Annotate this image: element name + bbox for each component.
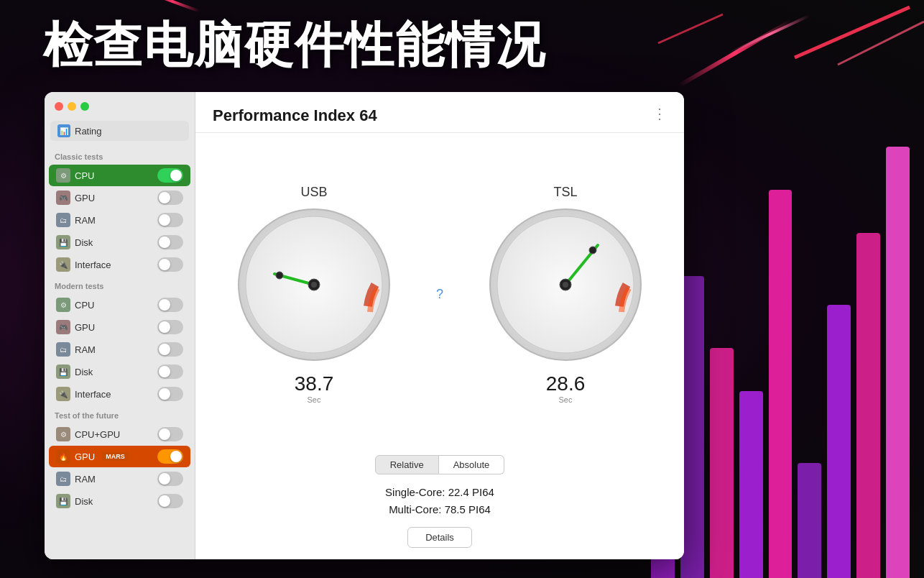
ram-icon: 🗂: [56, 213, 70, 227]
bar-chart-bar: [827, 305, 851, 578]
toggle-switch[interactable]: [157, 494, 183, 508]
sidebar-item-future-disk[interactable]: 💾Disk: [49, 490, 190, 512]
sidebar-item-classic-gpu[interactable]: 🎮GPU: [49, 187, 190, 208]
bar-chart-bar: [710, 348, 734, 578]
item-label: RAM: [75, 215, 96, 226]
toggle-switch[interactable]: [157, 235, 183, 249]
app-window: 📊 Rating Classic tests⚙CPU🎮GPU🗂RAM💾Disk🔌…: [45, 92, 684, 559]
sidebar-item-modern-disk[interactable]: 💾Disk: [49, 361, 190, 382]
sidebar-item-left: 💾Disk: [56, 235, 93, 249]
usb-gauge-value: 38.7 Sec: [295, 372, 334, 404]
bar-chart-bar: [769, 190, 793, 578]
zoom-button[interactable]: [80, 102, 89, 111]
item-label: RAM: [75, 474, 96, 485]
rating-button[interactable]: 📊 Rating: [50, 121, 189, 141]
tab-relative[interactable]: Relative: [375, 455, 439, 474]
close-button[interactable]: [55, 102, 63, 111]
tab-absolute[interactable]: Absolute: [439, 455, 505, 474]
mars-icon: 🔥: [56, 449, 70, 464]
sidebar-item-left: 💾Disk: [56, 494, 93, 508]
section-header-2: Test of the future: [45, 405, 195, 423]
tsl-gauge-value: 28.6 Sec: [546, 372, 586, 404]
toggle-switch[interactable]: [157, 342, 183, 357]
more-options-button[interactable]: ⋮: [652, 105, 667, 122]
toggle-switch[interactable]: [157, 449, 183, 464]
ram-icon: 🗂: [56, 472, 70, 486]
sidebar-item-left: 🔌Interface: [56, 257, 111, 272]
minimize-button[interactable]: [68, 102, 76, 111]
sidebar-item-modern-gpu[interactable]: 🎮GPU: [49, 316, 190, 338]
bar-chart-bar: [856, 233, 880, 578]
question-mark-button[interactable]: ?: [436, 287, 443, 302]
main-content: Performance Index 64 ⋮ USB: [195, 92, 684, 559]
item-label: GPU: [75, 451, 95, 462]
item-label: GPU: [75, 193, 95, 203]
sidebar-item-left: 🔥GPUMARS: [56, 449, 129, 464]
tsl-gauge-svg: [486, 206, 645, 367]
gpu-icon: 🎮: [56, 320, 70, 334]
details-button[interactable]: Details: [407, 527, 472, 548]
item-badge: MARS: [102, 452, 129, 461]
ssd-icon: 💾: [56, 235, 70, 249]
sidebar-item-future-cpugpu[interactable]: ⚙CPU+GPU: [49, 423, 190, 445]
sidebar-item-modern-ram[interactable]: 🗂RAM: [49, 339, 190, 360]
sidebar-item-classic-disk[interactable]: 💾Disk: [49, 231, 190, 253]
toggle-switch[interactable]: [157, 364, 183, 379]
sidebar-item-left: 💾Disk: [56, 364, 93, 379]
toggle-switch[interactable]: [157, 298, 183, 312]
gear-icon: ⚙: [56, 298, 70, 312]
usb-gauge-svg: [235, 206, 393, 367]
bar-chart-bar: [739, 391, 763, 578]
item-label: Interface: [75, 260, 111, 270]
item-label: Interface: [75, 389, 111, 400]
sidebar-item-left: ⚙CPU: [56, 168, 94, 183]
sidebar-item-left: 🗂RAM: [56, 213, 96, 227]
item-label: CPU: [75, 170, 94, 181]
section-header-1: Modern tests: [45, 276, 195, 293]
section-header-0: Classic tests: [45, 147, 195, 164]
bar-chart: [651, 147, 924, 578]
toggle-switch[interactable]: [157, 320, 183, 334]
item-label: GPU: [75, 322, 95, 333]
item-label: RAM: [75, 344, 96, 355]
svg-point-7: [311, 282, 317, 288]
sidebar-item-modern-cpu[interactable]: ⚙CPU: [49, 294, 190, 316]
rating-label: Rating: [75, 126, 102, 137]
toggle-switch[interactable]: [157, 257, 183, 272]
interface-icon: 🔌: [56, 257, 70, 272]
sidebar-item-future-gpu-mars[interactable]: 🔥GPUMARS: [49, 446, 190, 467]
sidebar-item-left: 🎮GPU: [56, 320, 95, 334]
usb-gauge-label: USB: [300, 185, 327, 200]
item-label: Disk: [75, 237, 93, 248]
toggle-switch[interactable]: [157, 213, 183, 227]
sidebar-item-classic-interface[interactable]: 🔌Interface: [49, 254, 190, 275]
sidebar-item-classic-cpu[interactable]: ⚙CPU: [49, 165, 190, 186]
sidebar-item-left: 🎮GPU: [56, 191, 95, 205]
item-label: Disk: [75, 367, 93, 377]
sidebar-item-classic-ram[interactable]: 🗂RAM: [49, 209, 190, 231]
sidebar-item-modern-interface[interactable]: 🔌Interface: [49, 383, 190, 405]
usb-gauge-container: USB: [235, 185, 393, 404]
toggle-switch[interactable]: [157, 191, 183, 205]
item-label: CPU: [75, 300, 94, 311]
interface-icon: 🔌: [56, 387, 70, 401]
stat-line-1: Multi-Core: 78.5 PI64: [195, 501, 684, 518]
bar-chart-bar: [798, 463, 821, 578]
page-title: Performance Index 64: [213, 106, 377, 124]
chinese-title: 检查电脑硬件性能情况: [43, 13, 546, 78]
toggle-switch[interactable]: [157, 168, 183, 183]
tabs-row: RelativeAbsolute: [195, 448, 684, 478]
sidebar-item-left: 🔌Interface: [56, 387, 111, 401]
sidebar: 📊 Rating Classic tests⚙CPU🎮GPU🗂RAM💾Disk🔌…: [45, 92, 195, 559]
tsl-gauge-container: TSL: [486, 185, 645, 404]
details-button-wrap: Details: [195, 521, 684, 559]
svg-point-14: [589, 247, 596, 254]
toggle-switch[interactable]: [157, 427, 183, 441]
toggle-switch[interactable]: [157, 472, 183, 486]
sidebar-item-left: 🗂RAM: [56, 472, 96, 486]
sidebar-item-future-ram[interactable]: 🗂RAM: [49, 468, 190, 490]
stats-area: Single-Core: 22.4 PI64Multi-Core: 78.5 P…: [195, 478, 684, 521]
ssd-icon: 💾: [56, 494, 70, 508]
item-label: Disk: [75, 496, 93, 507]
toggle-switch[interactable]: [157, 387, 183, 401]
